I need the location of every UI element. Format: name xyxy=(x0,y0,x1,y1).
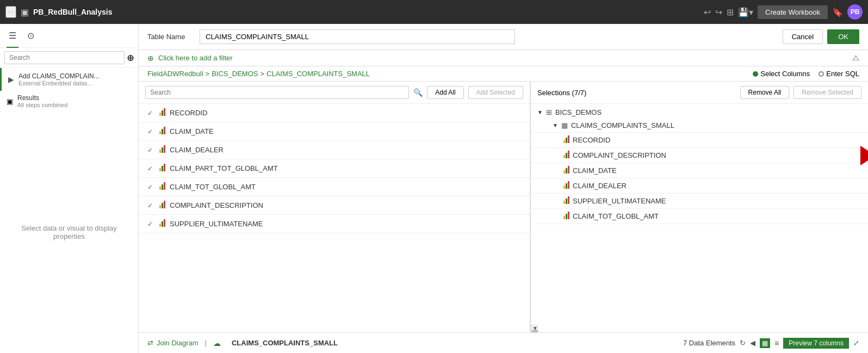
sidebar-bottom-text: Select data or visual to display propert… xyxy=(0,112,138,353)
sel-col-icon xyxy=(563,196,569,206)
sidebar-search-row: ⊕ xyxy=(0,48,138,68)
tree-item-complaint-desc[interactable]: COMPLAINT_DESCRIPTION xyxy=(531,148,868,163)
breadcrumb-sep-2: > xyxy=(260,70,264,78)
sidebar-icon-row: ☰ ⊙ xyxy=(0,24,138,48)
sel-col-icon xyxy=(563,135,569,145)
select-columns-option[interactable]: Select Columns xyxy=(753,70,810,78)
grid-view-icon[interactable]: ▦ xyxy=(760,338,770,348)
data-elements-count: 7 Data Elements xyxy=(683,339,735,347)
tree-group-icon: ⊞ xyxy=(546,108,552,116)
sidebar-search-input[interactable] xyxy=(4,51,125,64)
add-all-button[interactable]: Add All xyxy=(427,86,463,99)
add-selected-button[interactable]: Add Selected xyxy=(468,86,523,99)
scrollbar-thumb[interactable] xyxy=(532,330,538,332)
radio-dot-filled xyxy=(753,71,758,77)
content-area: Table Name Cancel OK ⊕ Click here to add… xyxy=(139,24,868,353)
breadcrumb-right: Select Columns Enter SQL xyxy=(753,70,859,78)
filter-funnel-icon[interactable]: ⧍ xyxy=(852,53,859,63)
list-item[interactable]: ✓ CLAIM_DATE xyxy=(139,122,530,141)
col-bar-icon xyxy=(159,145,165,154)
selections-scrollbar[interactable]: ▼ xyxy=(531,324,538,332)
filter-add-icon[interactable]: ⊕ xyxy=(147,54,154,63)
tree-item-recordid[interactable]: RECORDID xyxy=(531,133,868,148)
columns-search-input[interactable] xyxy=(145,86,409,99)
tree-group-label: BICS_DEMOS xyxy=(555,108,602,116)
sel-col-icon xyxy=(563,151,569,160)
expand-icon[interactable]: ⤢ xyxy=(853,339,859,347)
columns-search-row: 🔍 Add All Add Selected xyxy=(139,82,530,104)
check-icon: ✓ xyxy=(147,183,155,191)
list-item[interactable]: ✓ CLAIM_DEALER xyxy=(139,141,530,159)
tree-item-supplier[interactable]: SUPPLIER_ULTIMATENAME xyxy=(531,194,868,209)
radio-dot-outline xyxy=(819,71,824,77)
list-item[interactable]: ✓ COMPLAINT_DESCRIPTION xyxy=(139,196,530,215)
list-view-icon[interactable]: ≡ xyxy=(774,339,779,348)
sidebar-hint-text: Select data or visual to display propert… xyxy=(11,224,127,240)
join-diagram-label: Join Diagram xyxy=(157,339,199,347)
breadcrumb-sep-1: > xyxy=(206,70,210,78)
list-item[interactable]: ✓ SUPPLIER_ULTIMATENAME xyxy=(139,215,530,233)
preview-button[interactable]: Preview 7 columns xyxy=(783,338,849,349)
tree-node-table[interactable]: ▼ ▦ CLAIMS_COMPLAINTS_SMALL xyxy=(531,119,868,133)
nav-arrow-icon: ▶ xyxy=(8,75,14,84)
arrow-left-icon[interactable]: ◀ xyxy=(750,339,755,347)
sel-col-icon xyxy=(563,166,569,175)
list-item[interactable]: ✓ CLAIM_PART_TOT_GLOBL_AMT xyxy=(139,159,530,178)
sidebar-icon-list[interactable]: ☰ xyxy=(7,28,18,43)
col-bar-icon xyxy=(159,201,165,210)
selections-tree: ▼ ⊞ BICS_DEMOS ▼ ▦ CLAIMS_COMPLAINTS_SMA… xyxy=(531,104,868,324)
back-button[interactable]: ← xyxy=(5,6,16,18)
sel-col-name: COMPLAINT_DESCRIPTION xyxy=(573,151,666,159)
tree-item-claim-tot[interactable]: CLAIM_TOT_GLOBL_AMT xyxy=(531,209,868,224)
remove-all-button[interactable]: Remove All xyxy=(740,86,790,99)
main-layout: ☰ ⊙ ⊕ ▶ Add CLAIMS_COMPLAIN... External … xyxy=(0,24,868,353)
refresh-icon[interactable]: ↻ xyxy=(740,339,746,347)
avatar[interactable]: PB xyxy=(847,4,863,20)
list-item[interactable]: ✓ CLAIM_TOT_GLOBL_AMT xyxy=(139,178,530,196)
create-workbook-button[interactable]: Create Workbook xyxy=(758,5,828,19)
ok-button[interactable]: OK xyxy=(827,29,859,44)
columns-right-panel: Selections (7/7) Remove All Remove Selec… xyxy=(531,82,868,332)
table-name-bar: Table Name Cancel OK xyxy=(139,24,868,50)
col-name-claim-part-tot: CLAIM_PART_TOT_GLOBL_AMT xyxy=(170,164,278,172)
remove-selected-button[interactable]: Remove Selected xyxy=(793,86,861,99)
tree-arrow-icon2: ▼ xyxy=(553,122,558,128)
breadcrumb-part-1[interactable]: FieldADWRedbull xyxy=(147,70,203,78)
redo-icon[interactable]: ↪ xyxy=(715,7,722,17)
cancel-button[interactable]: Cancel xyxy=(783,29,823,44)
col-bar-icon xyxy=(159,164,165,173)
col-name-claim-tot: CLAIM_TOT_GLOBL_AMT xyxy=(170,183,256,191)
tree-arrow-icon: ▼ xyxy=(537,109,543,115)
filter-row: ⊕ Click here to add a filter ⧍ xyxy=(139,50,868,66)
sidebar-item-text: Add CLAIMS_COMPLAIN... External Embedded… xyxy=(18,72,100,86)
tree-node-bics-demos[interactable]: ▼ ⊞ BICS_DEMOS xyxy=(531,106,868,119)
tree-item-claim-dealer[interactable]: CLAIM_DEALER xyxy=(531,178,868,194)
columns-search-icon: 🔍 xyxy=(413,88,423,97)
top-bar: ← ▣ PB_RedBull_Analysis ↩ ↪ ⊞ 💾▾ Create … xyxy=(0,0,868,24)
sel-col-name: SUPPLIER_ULTIMATENAME xyxy=(573,197,666,205)
table-name-input[interactable] xyxy=(200,29,515,44)
sel-col-name: CLAIM_DATE xyxy=(573,166,617,175)
sidebar-add-button[interactable]: ⊕ xyxy=(127,53,134,63)
bookmark-icon[interactable]: 🔖 xyxy=(832,7,843,17)
results-icon: ▣ xyxy=(7,97,13,106)
sel-col-name: CLAIM_DEALER xyxy=(573,182,627,190)
save-icon[interactable]: 💾▾ xyxy=(738,7,753,17)
app-title: PB_RedBull_Analysis xyxy=(33,8,699,16)
list-item[interactable]: ✓ RECORDID xyxy=(139,104,530,122)
sel-col-icon xyxy=(563,212,569,221)
sidebar-item-results[interactable]: ▣ Results All steps combined xyxy=(0,91,138,112)
breadcrumb-part-2[interactable]: BICS_DEMOS xyxy=(212,70,258,78)
tree-item-claim-date[interactable]: CLAIM_DATE xyxy=(531,163,868,178)
check-icon: ✓ xyxy=(147,146,155,154)
layout-icon[interactable]: ⊞ xyxy=(727,7,734,17)
undo-icon[interactable]: ↩ xyxy=(704,7,711,17)
bottom-right: 7 Data Elements ↻ ◀ ▦ ≡ Preview 7 column… xyxy=(683,338,859,349)
enter-sql-option[interactable]: Enter SQL xyxy=(819,70,859,78)
filter-text[interactable]: Click here to add a filter xyxy=(158,54,233,62)
sidebar-item-add-claims[interactable]: ▶ Add CLAIMS_COMPLAIN... External Embedd… xyxy=(0,68,138,91)
sidebar-icon-circle[interactable]: ⊙ xyxy=(25,28,36,43)
join-diagram-button[interactable]: ⇄ Join Diagram xyxy=(147,339,199,347)
check-icon: ✓ xyxy=(147,109,155,117)
sidebar-nav-sublabel: External Embedded datas... xyxy=(18,80,100,86)
